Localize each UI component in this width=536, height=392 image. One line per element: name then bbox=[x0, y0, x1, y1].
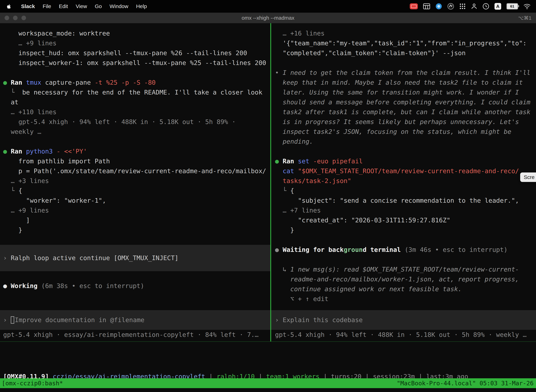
terminal-line: workspace_mode: worktree bbox=[3, 28, 268, 38]
dark-app-icon[interactable] bbox=[447, 3, 454, 10]
menu-item-file[interactable]: File bbox=[39, 3, 55, 9]
terminal-line: inspect_hud: omx sparkshell --tmux-pane … bbox=[3, 48, 268, 58]
window-title-bar: omx --xhigh --madmax ⌥⌘1 bbox=[0, 13, 536, 23]
table-icon[interactable] bbox=[423, 3, 430, 9]
terminal-line bbox=[3, 271, 268, 281]
menu-item-slack[interactable]: Slack bbox=[17, 3, 39, 9]
terminal-line: weekly … bbox=[3, 127, 268, 137]
terminal-line bbox=[3, 68, 268, 78]
mailbox-notification: readme-and-reco/mailbox/worker-1.json, a… bbox=[275, 274, 534, 284]
window-title: omx --xhigh --madmax bbox=[0, 15, 536, 21]
tmux-status-bar: [omx-cczip0:bash* "MacBook-Pro-44.local"… bbox=[0, 378, 536, 388]
terminal-line: ] bbox=[3, 215, 268, 225]
terminal-line: … +16 lines bbox=[275, 28, 534, 38]
terminal-line: "worker": "worker-1", bbox=[3, 196, 268, 205]
thinking-text: • I need to get the claim token from the… bbox=[275, 68, 534, 78]
battery-percent: 61 bbox=[510, 4, 514, 9]
pane-left: workspace_mode: worktree … +9 lines insp… bbox=[0, 23, 270, 341]
battery-icon[interactable]: 61 bbox=[507, 3, 518, 9]
terminal-window: workspace_mode: worktree … +9 lines insp… bbox=[0, 23, 536, 392]
ran-command: ● Ran python3 - <<'PY' bbox=[3, 146, 268, 156]
pane-right: … +16 lines '{"team_name":"my-team","tas… bbox=[271, 23, 536, 341]
terminal-line bbox=[275, 146, 534, 156]
tmux-session-label: [omx-cczip0:bash* bbox=[0, 380, 63, 387]
apps-grid-icon[interactable] bbox=[459, 3, 466, 9]
terminal-line: └ { bbox=[3, 186, 268, 196]
prompt-input[interactable]: › Improve documentation in @filename bbox=[0, 310, 270, 330]
thinking-text: should send a message before completing … bbox=[275, 97, 534, 107]
menu-bar: SlackFileEditViewGoWindowHelp A 61 bbox=[0, 0, 536, 13]
thinking-text: inspect task2's JSON, focusing on the st… bbox=[275, 127, 534, 137]
apple-menu-icon[interactable] bbox=[6, 3, 12, 9]
tmux-host-clock: "MacBook-Pro-44.local" 05:03 31-Mar-26 bbox=[397, 380, 536, 387]
terminal-line: at bbox=[3, 97, 268, 107]
menu-item-edit[interactable]: Edit bbox=[55, 3, 72, 9]
terminal-line: p = Path('.omx/state/team/review-current… bbox=[3, 166, 268, 176]
menu-item-go[interactable]: Go bbox=[91, 3, 106, 9]
menu-item-help[interactable]: Help bbox=[132, 3, 151, 9]
pane-status-line: gpt-5.4 xhigh · essay/ai-reimplementatio… bbox=[3, 330, 268, 340]
terminal-line: } bbox=[3, 225, 268, 235]
tmux-panes: workspace_mode: worktree … +9 lines insp… bbox=[0, 23, 536, 342]
terminal-line bbox=[275, 58, 534, 68]
terminal-line: … +110 lines bbox=[3, 107, 268, 117]
wifi-icon[interactable] bbox=[523, 4, 531, 9]
ran-command: ● Ran tmux capture-pane -t %25 -p -S -80 bbox=[3, 78, 268, 88]
pane-status-line: gpt-5.4 xhigh · 94% left · 488K in · 5.1… bbox=[275, 330, 534, 340]
clock-icon[interactable] bbox=[483, 3, 489, 10]
terminal-line: cat "$OMX_TEAM_STATE_ROOT/team/review-cu… bbox=[275, 166, 534, 176]
thinking-text: later. Using the same for transition mig… bbox=[275, 88, 534, 97]
terminal-line: '{"team_name":"my-team","task_id":"1","f… bbox=[275, 38, 534, 48]
ran-command: ● Ran set -euo pipefail bbox=[275, 156, 534, 166]
ralph-loop-banner: › Ralph loop active continue [OMX_TMUX_I… bbox=[0, 245, 270, 271]
thinking-text: pending. bbox=[275, 137, 534, 146]
thinking-text: keep that in mind. Maybe I also need the… bbox=[275, 78, 534, 88]
blue-app-icon[interactable] bbox=[436, 3, 442, 10]
terminal-line: … +7 lines bbox=[275, 205, 534, 215]
terminal-line bbox=[275, 255, 534, 265]
menu-item-view[interactable]: View bbox=[72, 3, 91, 9]
terminal-line bbox=[3, 291, 268, 301]
terminal-line: } bbox=[275, 225, 534, 235]
terminal-line bbox=[3, 137, 268, 146]
terminal-line: tasks/task-2.json" bbox=[275, 176, 534, 186]
edit-hint: ⌥ + ↑ edit bbox=[275, 294, 534, 304]
mailbox-notification: continue assigned work or next feasible … bbox=[275, 284, 534, 294]
thinking-text: is in progress? It seems likely but perh… bbox=[275, 117, 534, 127]
screen-recording-icon[interactable] bbox=[410, 3, 418, 9]
terminal-line: "completed","claim_token":"claim-token"}… bbox=[275, 48, 534, 58]
terminal-line: … +3 lines bbox=[3, 176, 268, 186]
terminal-line: … +9 lines bbox=[3, 205, 268, 215]
person-icon[interactable] bbox=[471, 3, 477, 9]
input-source-icon[interactable]: A bbox=[494, 3, 501, 10]
terminal-line: gpt-5.4 xhigh · 94% left · 488K in · 5.1… bbox=[3, 117, 268, 127]
prompt-suggestion[interactable]: › Explain this codebase bbox=[271, 310, 536, 330]
working-status: ● Working (6m 38s • esc to interrupt) bbox=[3, 281, 268, 291]
mailbox-notification: ↳ 1 new msg(s): read $OMX_TEAM_STATE_ROO… bbox=[275, 265, 534, 274]
terminal-line: "subject": "send a concise recommendatio… bbox=[275, 196, 534, 205]
terminal-line bbox=[275, 235, 534, 245]
terminal-line: from pathlib import Path bbox=[3, 156, 268, 166]
terminal-line: └ be necessary for the end of the README… bbox=[3, 88, 268, 97]
waiting-status: ● Waiting for background terminal (3m 46… bbox=[275, 245, 534, 255]
menu-items: SlackFileEditViewGoWindowHelp bbox=[17, 3, 151, 9]
terminal-line: inspect_worker-1: omx sparkshell --tmux-… bbox=[3, 58, 268, 68]
terminal-line: … +9 lines bbox=[3, 38, 268, 48]
thinking-text: task2 after task1 is complete, but can I… bbox=[275, 107, 534, 117]
menu-item-window[interactable]: Window bbox=[106, 3, 132, 9]
terminal-line bbox=[3, 235, 268, 245]
screen-share-tooltip: Scre bbox=[520, 173, 536, 182]
terminal-line: "created_at": "2026-03-31T11:59:27.816Z" bbox=[275, 215, 534, 225]
window-shortcut-hint: ⌥⌘1 bbox=[518, 15, 531, 21]
terminal-line: └ { bbox=[275, 186, 534, 196]
